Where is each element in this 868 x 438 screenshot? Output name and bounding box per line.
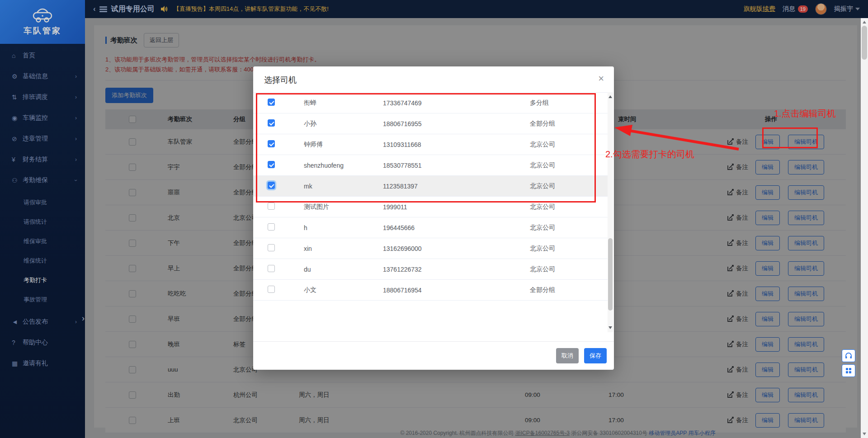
driver-row[interactable]: mk 1123581397 北京公司 — [253, 176, 608, 197]
driver-checkbox[interactable] — [268, 286, 275, 293]
driver-phone: 1999011 — [383, 203, 530, 211]
driver-checkbox[interactable] — [268, 244, 275, 251]
dialog-title: 选择司机 — [264, 75, 297, 85]
driver-group: 北京公司 — [530, 245, 608, 253]
driver-row[interactable]: shenzhuofeng 18530778551 北京公司 — [253, 155, 608, 176]
driver-checkbox[interactable] — [268, 119, 275, 127]
driver-group: 多分组 — [530, 99, 608, 107]
driver-phone: 17336747469 — [383, 99, 530, 107]
driver-phone: 1123581397 — [383, 183, 530, 190]
driver-phone: 18530778551 — [383, 162, 530, 169]
scroll-up-icon[interactable] — [609, 95, 612, 98]
driver-name: 测试图片 — [304, 203, 383, 211]
modal-overlay-sidebar — [0, 0, 85, 438]
driver-phone: 13162696000 — [383, 245, 530, 252]
app-page: ‹ 试用专用公司 【直播预告】本周四14点，讲解车队管家新功能，不见不散! 旗舰… — [0, 0, 868, 438]
driver-row[interactable]: 钟师傅 13109311668 北京公司 — [253, 134, 608, 155]
driver-group: 北京公司 — [530, 161, 608, 170]
driver-checkbox[interactable] — [268, 140, 275, 147]
scrollbar-thumb[interactable] — [608, 238, 613, 311]
driver-checkbox[interactable] — [268, 265, 275, 272]
select-driver-dialog: 选择司机 × 衔蝉 17336747469 多分组 小孙 18806716955… — [253, 66, 614, 370]
driver-group: 全部分组 — [530, 286, 608, 294]
page-scrollbar[interactable] — [861, 18, 868, 438]
driver-phone: 18806716954 — [383, 287, 530, 294]
driver-row[interactable]: 小文 18806716954 全部分组 — [253, 280, 608, 301]
scroll-down-icon[interactable] — [609, 326, 612, 329]
driver-group: 北京公司 — [530, 182, 608, 190]
headset-icon — [845, 353, 852, 359]
driver-group: 北京公司 — [530, 203, 608, 211]
driver-name: xin — [304, 245, 383, 252]
driver-row[interactable]: h 196445666 北京公司 — [253, 217, 608, 238]
driver-group: 北京公司 — [530, 265, 608, 273]
driver-phone: 196445666 — [383, 224, 530, 231]
driver-row[interactable]: du 13761226732 北京公司 — [253, 259, 608, 280]
driver-name: mk — [304, 183, 383, 190]
cancel-button[interactable]: 取消 — [556, 348, 579, 363]
driver-row[interactable]: 小孙 18806716955 全部分组 — [253, 113, 608, 134]
driver-checkbox[interactable] — [268, 203, 275, 210]
driver-name: 衔蝉 — [304, 99, 383, 107]
close-icon[interactable]: × — [598, 73, 604, 85]
page-scrollbar-thumb[interactable] — [862, 26, 867, 60]
driver-row[interactable]: xin 13162696000 北京公司 — [253, 238, 608, 259]
driver-checkbox[interactable] — [268, 161, 275, 168]
driver-phone: 18806716955 — [383, 120, 530, 127]
driver-group: 全部分组 — [530, 120, 608, 128]
driver-group: 北京公司 — [530, 224, 608, 232]
driver-checkbox[interactable] — [268, 182, 275, 189]
apps-grid-button[interactable] — [842, 364, 855, 377]
scroll-down-icon[interactable] — [863, 433, 866, 435]
scroll-up-icon[interactable] — [863, 21, 866, 24]
driver-checkbox[interactable] — [268, 223, 275, 231]
grid-icon — [845, 367, 852, 374]
driver-name: h — [304, 224, 383, 231]
driver-name: shenzhuofeng — [304, 162, 383, 169]
driver-name: 钟师傅 — [304, 141, 383, 149]
customer-service-button[interactable] — [842, 349, 855, 362]
driver-name: 小文 — [304, 286, 383, 294]
driver-list-scrollbar[interactable] — [608, 92, 613, 332]
driver-phone: 13109311668 — [383, 141, 530, 148]
driver-name: du — [304, 266, 383, 273]
driver-row[interactable]: 测试图片 1999011 北京公司 — [253, 197, 608, 217]
save-button[interactable]: 保存 — [584, 348, 607, 363]
driver-phone: 13761226732 — [383, 266, 530, 273]
driver-list: 衔蝉 17336747469 多分组 小孙 18806716955 全部分组 钟… — [253, 92, 608, 327]
modal-overlay-topbar — [85, 0, 868, 18]
driver-name: 小孙 — [304, 120, 383, 128]
driver-group: 北京公司 — [530, 141, 608, 149]
driver-row[interactable]: 衔蝉 17336747469 多分组 — [253, 93, 608, 113]
driver-checkbox[interactable] — [268, 99, 275, 106]
